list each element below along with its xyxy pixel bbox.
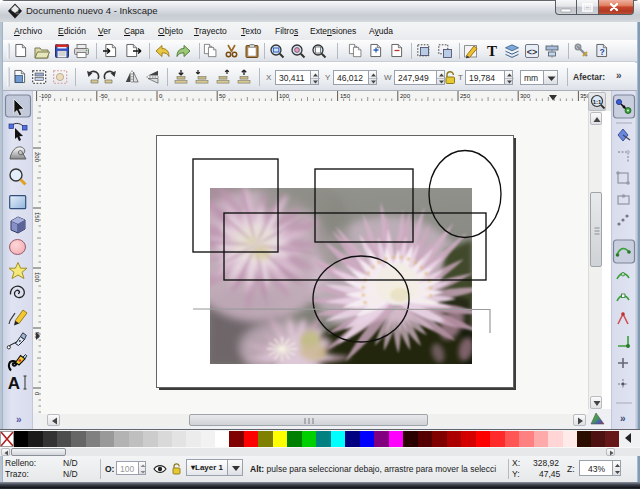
svg-text:300: 300 [520,93,531,99]
svg-text:200: 200 [34,152,40,163]
svg-text:150: 150 [34,212,40,223]
svg-text:?: ? [599,47,604,57]
svg-text:A: A [8,374,20,393]
svg-text:1:1: 1:1 [593,99,602,105]
svg-text:<>: <> [527,47,538,57]
svg-text:100: 100 [34,272,40,283]
svg-text:100: 100 [279,93,290,99]
svg-text:250: 250 [460,93,471,99]
svg-text:200: 200 [400,93,411,99]
svg-text:150: 150 [340,93,351,99]
svg-text:-50: -50 [99,93,108,99]
svg-text:T: T [487,43,497,59]
svg-text:50: 50 [219,93,226,99]
svg-text:-100: -100 [39,93,52,99]
svg-text:»: » [16,414,22,425]
svg-text:»: » [620,413,626,424]
